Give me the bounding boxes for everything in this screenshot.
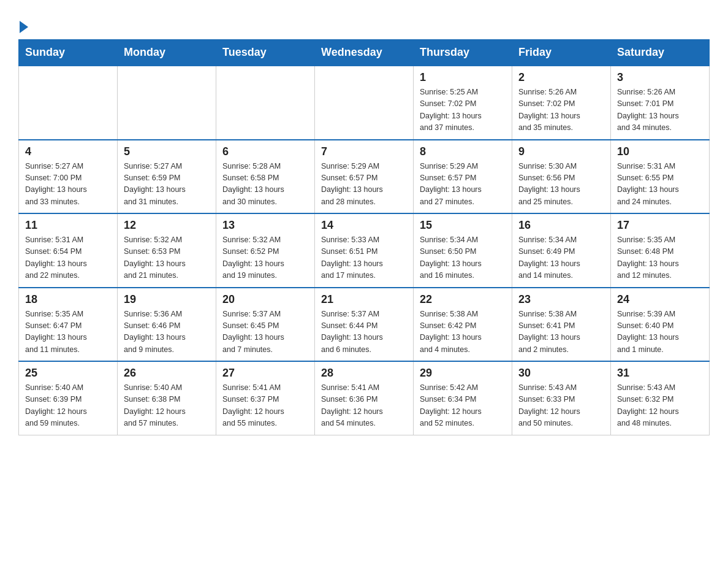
calendar-cell: 8Sunrise: 5:29 AMSunset: 6:57 PMDaylight… bbox=[414, 140, 512, 214]
day-number: 25 bbox=[25, 367, 111, 380]
day-info: Sunrise: 5:32 AMSunset: 6:52 PMDaylight:… bbox=[222, 234, 308, 282]
day-number: 12 bbox=[124, 219, 210, 232]
day-number: 27 bbox=[222, 367, 308, 380]
day-info: Sunrise: 5:31 AMSunset: 6:55 PMDaylight:… bbox=[617, 161, 703, 209]
day-info: Sunrise: 5:29 AMSunset: 6:57 PMDaylight:… bbox=[321, 161, 407, 209]
day-info: Sunrise: 5:38 AMSunset: 6:41 PMDaylight:… bbox=[518, 308, 604, 356]
day-info: Sunrise: 5:26 AMSunset: 7:01 PMDaylight:… bbox=[617, 86, 703, 134]
day-number: 9 bbox=[518, 145, 604, 158]
calendar-cell bbox=[19, 66, 118, 140]
day-number: 13 bbox=[222, 219, 308, 232]
calendar-cell: 7Sunrise: 5:29 AMSunset: 6:57 PMDaylight… bbox=[315, 140, 414, 214]
day-number: 23 bbox=[518, 293, 604, 306]
calendar-cell: 31Sunrise: 5:43 AMSunset: 6:32 PMDayligh… bbox=[611, 361, 710, 435]
calendar-cell: 11Sunrise: 5:31 AMSunset: 6:54 PMDayligh… bbox=[19, 213, 118, 288]
calendar-cell: 23Sunrise: 5:38 AMSunset: 6:41 PMDayligh… bbox=[512, 288, 611, 362]
weekday-header-wednesday: Wednesday bbox=[315, 40, 414, 66]
weekday-header-friday: Friday bbox=[512, 40, 611, 66]
day-info: Sunrise: 5:30 AMSunset: 6:56 PMDaylight:… bbox=[518, 161, 604, 209]
calendar-cell bbox=[216, 66, 315, 140]
weekday-header-monday: Monday bbox=[118, 40, 216, 66]
day-info: Sunrise: 5:39 AMSunset: 6:40 PMDaylight:… bbox=[617, 308, 703, 356]
day-info: Sunrise: 5:35 AMSunset: 6:47 PMDaylight:… bbox=[25, 308, 111, 356]
week-row-3: 11Sunrise: 5:31 AMSunset: 6:54 PMDayligh… bbox=[19, 213, 710, 288]
calendar-cell bbox=[118, 66, 216, 140]
day-info: Sunrise: 5:29 AMSunset: 6:57 PMDaylight:… bbox=[420, 161, 506, 209]
calendar-cell: 1Sunrise: 5:25 AMSunset: 7:02 PMDaylight… bbox=[414, 66, 512, 140]
weekday-header-tuesday: Tuesday bbox=[216, 40, 315, 66]
calendar-cell: 28Sunrise: 5:41 AMSunset: 6:36 PMDayligh… bbox=[315, 361, 414, 435]
day-number: 22 bbox=[420, 293, 506, 306]
day-info: Sunrise: 5:28 AMSunset: 6:58 PMDaylight:… bbox=[222, 161, 308, 209]
calendar-cell: 15Sunrise: 5:34 AMSunset: 6:50 PMDayligh… bbox=[414, 213, 512, 288]
day-info: Sunrise: 5:32 AMSunset: 6:53 PMDaylight:… bbox=[124, 234, 210, 282]
calendar-cell: 9Sunrise: 5:30 AMSunset: 6:56 PMDaylight… bbox=[512, 140, 611, 214]
calendar-cell: 22Sunrise: 5:38 AMSunset: 6:42 PMDayligh… bbox=[414, 288, 512, 362]
calendar-table: SundayMondayTuesdayWednesdayThursdayFrid… bbox=[18, 39, 710, 435]
week-row-1: 1Sunrise: 5:25 AMSunset: 7:02 PMDaylight… bbox=[19, 66, 710, 140]
calendar-cell: 13Sunrise: 5:32 AMSunset: 6:52 PMDayligh… bbox=[216, 213, 315, 288]
day-number: 3 bbox=[617, 71, 703, 84]
calendar-cell: 5Sunrise: 5:27 AMSunset: 6:59 PMDaylight… bbox=[118, 140, 216, 214]
calendar-cell: 20Sunrise: 5:37 AMSunset: 6:45 PMDayligh… bbox=[216, 288, 315, 362]
day-number: 19 bbox=[124, 293, 210, 306]
calendar-cell: 12Sunrise: 5:32 AMSunset: 6:53 PMDayligh… bbox=[118, 213, 216, 288]
calendar-cell: 18Sunrise: 5:35 AMSunset: 6:47 PMDayligh… bbox=[19, 288, 118, 362]
day-info: Sunrise: 5:43 AMSunset: 6:32 PMDaylight:… bbox=[617, 382, 703, 430]
weekday-header-sunday: Sunday bbox=[19, 40, 118, 66]
page-header bbox=[18, 12, 710, 33]
calendar-cell: 2Sunrise: 5:26 AMSunset: 7:02 PMDaylight… bbox=[512, 66, 611, 140]
day-number: 4 bbox=[25, 145, 111, 158]
day-number: 14 bbox=[321, 219, 407, 232]
calendar-cell: 30Sunrise: 5:43 AMSunset: 6:33 PMDayligh… bbox=[512, 361, 611, 435]
day-info: Sunrise: 5:34 AMSunset: 6:49 PMDaylight:… bbox=[518, 234, 604, 282]
day-number: 28 bbox=[321, 367, 407, 380]
day-info: Sunrise: 5:27 AMSunset: 7:00 PMDaylight:… bbox=[25, 161, 111, 209]
day-number: 2 bbox=[518, 71, 604, 84]
day-number: 21 bbox=[321, 293, 407, 306]
weekday-header-row: SundayMondayTuesdayWednesdayThursdayFrid… bbox=[19, 40, 710, 66]
day-number: 31 bbox=[617, 367, 703, 380]
day-info: Sunrise: 5:36 AMSunset: 6:46 PMDaylight:… bbox=[124, 308, 210, 356]
day-info: Sunrise: 5:25 AMSunset: 7:02 PMDaylight:… bbox=[420, 86, 506, 134]
day-info: Sunrise: 5:33 AMSunset: 6:51 PMDaylight:… bbox=[321, 234, 407, 282]
week-row-2: 4Sunrise: 5:27 AMSunset: 7:00 PMDaylight… bbox=[19, 140, 710, 214]
weekday-header-saturday: Saturday bbox=[611, 40, 710, 66]
calendar-cell bbox=[315, 66, 414, 140]
day-number: 29 bbox=[420, 367, 506, 380]
day-number: 11 bbox=[25, 219, 111, 232]
day-info: Sunrise: 5:37 AMSunset: 6:44 PMDaylight:… bbox=[321, 308, 407, 356]
day-info: Sunrise: 5:40 AMSunset: 6:39 PMDaylight:… bbox=[25, 382, 111, 430]
calendar-cell: 25Sunrise: 5:40 AMSunset: 6:39 PMDayligh… bbox=[19, 361, 118, 435]
day-number: 15 bbox=[420, 219, 506, 232]
calendar-header: SundayMondayTuesdayWednesdayThursdayFrid… bbox=[19, 40, 710, 66]
day-number: 6 bbox=[222, 145, 308, 158]
day-info: Sunrise: 5:27 AMSunset: 6:59 PMDaylight:… bbox=[124, 161, 210, 209]
day-number: 17 bbox=[617, 219, 703, 232]
day-info: Sunrise: 5:41 AMSunset: 6:37 PMDaylight:… bbox=[222, 382, 308, 430]
logo bbox=[18, 18, 28, 33]
day-number: 5 bbox=[124, 145, 210, 158]
calendar-cell: 3Sunrise: 5:26 AMSunset: 7:01 PMDaylight… bbox=[611, 66, 710, 140]
day-info: Sunrise: 5:31 AMSunset: 6:54 PMDaylight:… bbox=[25, 234, 111, 282]
day-number: 1 bbox=[420, 71, 506, 84]
day-number: 16 bbox=[518, 219, 604, 232]
calendar-cell: 6Sunrise: 5:28 AMSunset: 6:58 PMDaylight… bbox=[216, 140, 315, 214]
week-row-4: 18Sunrise: 5:35 AMSunset: 6:47 PMDayligh… bbox=[19, 288, 710, 362]
calendar-cell: 17Sunrise: 5:35 AMSunset: 6:48 PMDayligh… bbox=[611, 213, 710, 288]
calendar-cell: 19Sunrise: 5:36 AMSunset: 6:46 PMDayligh… bbox=[118, 288, 216, 362]
day-info: Sunrise: 5:43 AMSunset: 6:33 PMDaylight:… bbox=[518, 382, 604, 430]
calendar-body: 1Sunrise: 5:25 AMSunset: 7:02 PMDaylight… bbox=[19, 66, 710, 435]
day-number: 10 bbox=[617, 145, 703, 158]
day-number: 30 bbox=[518, 367, 604, 380]
day-info: Sunrise: 5:35 AMSunset: 6:48 PMDaylight:… bbox=[617, 234, 703, 282]
day-info: Sunrise: 5:38 AMSunset: 6:42 PMDaylight:… bbox=[420, 308, 506, 356]
day-number: 7 bbox=[321, 145, 407, 158]
calendar-cell: 21Sunrise: 5:37 AMSunset: 6:44 PMDayligh… bbox=[315, 288, 414, 362]
day-number: 26 bbox=[124, 367, 210, 380]
calendar-cell: 14Sunrise: 5:33 AMSunset: 6:51 PMDayligh… bbox=[315, 213, 414, 288]
day-number: 24 bbox=[617, 293, 703, 306]
calendar-cell: 24Sunrise: 5:39 AMSunset: 6:40 PMDayligh… bbox=[611, 288, 710, 362]
calendar-cell: 26Sunrise: 5:40 AMSunset: 6:38 PMDayligh… bbox=[118, 361, 216, 435]
calendar-cell: 27Sunrise: 5:41 AMSunset: 6:37 PMDayligh… bbox=[216, 361, 315, 435]
